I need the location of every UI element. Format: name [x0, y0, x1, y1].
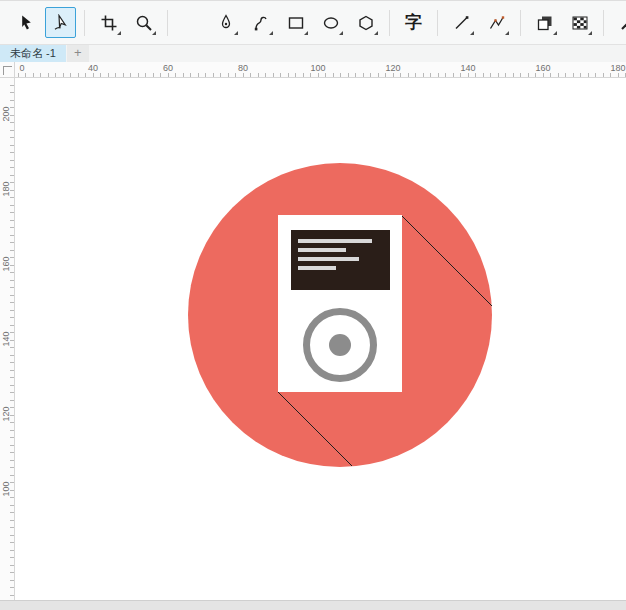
rectangle-tool-button[interactable]	[280, 7, 311, 38]
ellipse-tool-button[interactable]	[315, 7, 346, 38]
ruler-label: 0	[19, 63, 24, 73]
polygon-tool-button[interactable]	[350, 7, 381, 38]
horizontal-scrollbar[interactable]	[0, 600, 626, 610]
ruler-label: 140	[460, 63, 475, 73]
flyout-arrow-icon	[374, 31, 378, 35]
horizontal-ruler[interactable]: 0 40 60 80 100 120 140 160 180	[15, 62, 626, 77]
flyout-arrow-icon	[339, 31, 343, 35]
straight-line-icon	[453, 14, 471, 32]
document-tab-bar: 未命名 -1 +	[0, 45, 626, 62]
flyout-arrow-icon	[234, 31, 238, 35]
eyedropper-icon	[619, 14, 626, 32]
document-tab[interactable]: 未命名 -1	[0, 45, 66, 62]
app-window: 字	[0, 0, 626, 610]
workspace: 200 180 160 140 120 100	[0, 78, 626, 600]
drop-shadow-icon	[536, 14, 554, 32]
transparency-tool-button[interactable]	[564, 7, 595, 38]
flyout-arrow-icon	[152, 31, 156, 35]
toolbar-separator	[389, 10, 390, 36]
rectangle-icon	[287, 14, 305, 32]
pick-tool-button[interactable]	[10, 7, 41, 38]
text-tool-icon: 字	[405, 14, 422, 31]
toolbar-separator	[167, 10, 168, 36]
crop-icon	[100, 14, 118, 32]
ruler-label: 140	[1, 324, 11, 354]
ruler-label: 120	[385, 63, 400, 73]
toolbar-separator	[84, 10, 85, 36]
ruler-label: 180	[1, 174, 11, 204]
ellipse-icon	[322, 14, 340, 32]
ruler-row: 0 40 60 80 100 120 140 160 180	[0, 62, 626, 78]
artwork	[15, 78, 626, 600]
text-tool-button[interactable]: 字	[398, 7, 429, 38]
ruler-label: 160	[1, 249, 11, 279]
ruler-label: 100	[310, 63, 325, 73]
flyout-arrow-icon	[553, 31, 557, 35]
vertical-ruler[interactable]: 200 180 160 140 120 100	[0, 78, 15, 600]
curve-icon	[252, 14, 270, 32]
bezier-tool-button[interactable]	[245, 7, 276, 38]
polygon-icon	[357, 14, 375, 32]
ruler-origin-corner[interactable]	[0, 62, 15, 77]
new-document-tab-button[interactable]: +	[67, 45, 89, 62]
ruler-label: 100	[1, 474, 11, 504]
document-tab-label: 未命名 -1	[10, 47, 56, 59]
flyout-arrow-icon	[304, 31, 308, 35]
ruler-label: 80	[238, 63, 248, 73]
drawing-canvas[interactable]	[15, 78, 626, 600]
toolbar-separator	[603, 10, 604, 36]
eyedropper-tool-button[interactable]	[612, 7, 626, 38]
shape-tool-button[interactable]	[45, 7, 76, 38]
pick-arrow-icon	[17, 14, 35, 32]
ruler-label: 160	[535, 63, 550, 73]
wheel-center-dot-shape[interactable]	[329, 334, 351, 356]
checkerboard-icon	[571, 14, 589, 32]
pen-nib-icon	[217, 14, 235, 32]
polyline-icon	[488, 14, 506, 32]
zoom-tool-button[interactable]	[128, 7, 159, 38]
ruler-label: 200	[1, 99, 11, 129]
ruler-label: 180	[610, 63, 625, 73]
flyout-arrow-icon	[117, 31, 121, 35]
flyout-arrow-icon	[470, 31, 474, 35]
polyline-tool-button[interactable]	[481, 7, 512, 38]
ruler-label: 60	[163, 63, 173, 73]
ruler-label: 40	[88, 63, 98, 73]
magnifier-icon	[135, 14, 153, 32]
flyout-arrow-icon	[588, 31, 592, 35]
line-tool-button[interactable]	[446, 7, 477, 38]
toolbar-separator	[520, 10, 521, 36]
drop-shadow-tool-button[interactable]	[529, 7, 560, 38]
ruler-label: 120	[1, 399, 11, 429]
shape-edit-icon	[52, 14, 70, 32]
pen-tool-button[interactable]	[210, 7, 241, 38]
crop-tool-button[interactable]	[93, 7, 124, 38]
flyout-arrow-icon	[269, 31, 273, 35]
main-toolbox: 字	[0, 0, 626, 45]
toolbar-separator	[437, 10, 438, 36]
flyout-arrow-icon	[505, 31, 509, 35]
